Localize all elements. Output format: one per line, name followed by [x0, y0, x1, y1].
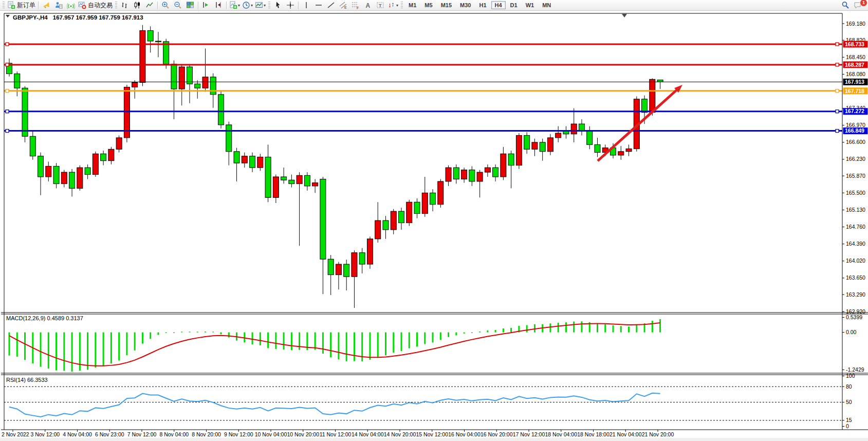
text-label-button[interactable]: T — [374, 1, 386, 10]
hline-handle[interactable] — [836, 110, 839, 113]
bar-chart-button[interactable] — [119, 1, 131, 10]
new-order-button[interactable]: 新订单 — [6, 1, 36, 10]
time-tick-label: 11 Nov 12:00 — [320, 431, 352, 437]
timeframe-w1[interactable]: W1 — [522, 1, 538, 9]
hline-handle[interactable] — [836, 89, 839, 93]
candle-body — [140, 30, 145, 82]
autoscroll-button[interactable] — [200, 1, 212, 10]
search-icon — [841, 1, 849, 9]
chart-canvas[interactable]: 169.180168.820168.450168.080167.340166.9… — [0, 11, 868, 441]
macd-label: MACD(12,26,9) 0.4589 0.3137 — [6, 315, 83, 321]
candle-body — [485, 168, 490, 172]
hline-handle[interactable] — [6, 110, 9, 113]
hline-handle[interactable] — [836, 63, 839, 66]
hline-handle[interactable] — [6, 43, 9, 46]
candle-body — [61, 172, 67, 183]
candle-body — [477, 172, 483, 181]
time-tick-label: 15 Nov 12:00 — [416, 431, 449, 437]
candle-body — [446, 168, 451, 181]
text-button[interactable]: A — [362, 1, 374, 10]
chart-title-text: GBPJPY-,H4167.957 167.959 167.759 167.91… — [13, 14, 143, 21]
new-order-icon — [7, 1, 15, 9]
candle-body — [108, 149, 114, 160]
candle-body — [508, 154, 514, 165]
candle-body — [38, 156, 44, 177]
search-button[interactable] — [839, 1, 852, 10]
time-tick-label: 18 Nov 18:00 — [577, 431, 610, 437]
tile-windows-button[interactable] — [184, 1, 196, 10]
timeframe-h1[interactable]: H1 — [475, 1, 490, 9]
equidistant-channel-button[interactable]: E — [337, 1, 349, 10]
profile-button[interactable] — [52, 1, 65, 10]
hline-handle[interactable] — [6, 130, 9, 133]
candlestick-chart-button[interactable] — [131, 1, 143, 10]
chart-shift-button[interactable] — [212, 1, 225, 10]
zoom-in-button[interactable] — [159, 1, 172, 10]
timeframe-d1[interactable]: D1 — [507, 1, 521, 9]
timeframe-m5[interactable]: M5 — [421, 1, 436, 9]
tile-windows-icon — [186, 1, 194, 9]
indicators-button[interactable]: ▾ — [228, 1, 241, 10]
toolbar-grip[interactable] — [3, 2, 5, 9]
time-tick-label: 21 Nov 04:00 — [610, 431, 642, 437]
fibonacci-button[interactable]: F — [349, 1, 362, 10]
price-tick-label: 166.230 — [846, 156, 865, 162]
toolbar-grip[interactable] — [401, 2, 403, 9]
periods-button[interactable]: ▾ — [241, 1, 254, 10]
horizontal-line-button[interactable] — [312, 1, 325, 10]
hline-handle[interactable] — [836, 43, 839, 46]
time-axis[interactable]: 2 Nov 20223 Nov 12:004 Nov 04:006 Nov 23… — [2, 430, 674, 437]
hline-handle[interactable] — [836, 130, 839, 133]
candle-body — [430, 193, 436, 204]
hline-handle[interactable] — [6, 63, 9, 66]
candle-body — [469, 170, 475, 181]
rsi-tick-label: 15 — [846, 417, 852, 423]
price-line-badge-label: 168.287 — [845, 62, 864, 68]
candle-body — [179, 67, 184, 89]
candle-body — [250, 156, 255, 168]
candle-body — [281, 177, 287, 180]
toolbar-grip[interactable] — [268, 2, 270, 9]
hline-handle[interactable] — [6, 89, 9, 93]
timeframe-h4[interactable]: H4 — [491, 1, 506, 9]
candle-body — [571, 124, 577, 134]
candlestick-icon — [133, 1, 141, 9]
templates-button[interactable]: ▾ — [254, 1, 267, 10]
timeframe-m15[interactable]: M15 — [437, 1, 455, 9]
rsi-tick-label: 100 — [846, 373, 855, 379]
main-toolbar: 新订单 自动交易 ▾ ▾ — [0, 0, 868, 11]
trendline-button[interactable] — [325, 1, 337, 10]
toolbar-grip[interactable] — [115, 2, 117, 9]
price-tick-label: 164.760 — [846, 224, 865, 230]
crosshair-button[interactable] — [284, 1, 297, 10]
autotrading-button[interactable]: 自动交易 — [77, 1, 114, 10]
candle-body — [352, 253, 357, 277]
zoom-out-button[interactable] — [172, 1, 184, 10]
line-chart-button[interactable] — [143, 1, 156, 10]
timeframe-mn[interactable]: MN — [539, 1, 555, 9]
candle-body — [218, 95, 224, 125]
autotrading-label: 自动交易 — [88, 1, 113, 10]
vertical-line-button[interactable] — [300, 1, 312, 10]
cursor-button[interactable] — [272, 1, 284, 10]
candle-body — [226, 125, 232, 152]
signals-button[interactable] — [65, 1, 77, 10]
arrows-button[interactable]: ▾ — [386, 1, 399, 10]
candle-body — [132, 83, 138, 87]
chart-shift-icon — [214, 1, 223, 9]
toolbar-right-group: 1 — [839, 1, 864, 10]
notifications-button[interactable]: 1 — [852, 1, 864, 10]
timeframe-m1[interactable]: M1 — [405, 1, 420, 9]
candle-body — [618, 152, 624, 155]
candle-body — [304, 175, 310, 186]
candle-body — [422, 193, 428, 213]
time-tick-label: 14 Nov 04:00 — [352, 431, 384, 437]
bar-chart-icon — [121, 1, 129, 9]
candle-body — [53, 166, 59, 183]
mql5-community-button[interactable] — [40, 1, 52, 10]
candle-body — [242, 156, 247, 163]
timeframe-m30[interactable]: M30 — [456, 1, 474, 9]
clock-icon — [242, 1, 250, 9]
price-tick-label: 163.650 — [846, 274, 865, 281]
candle-body — [516, 135, 522, 165]
